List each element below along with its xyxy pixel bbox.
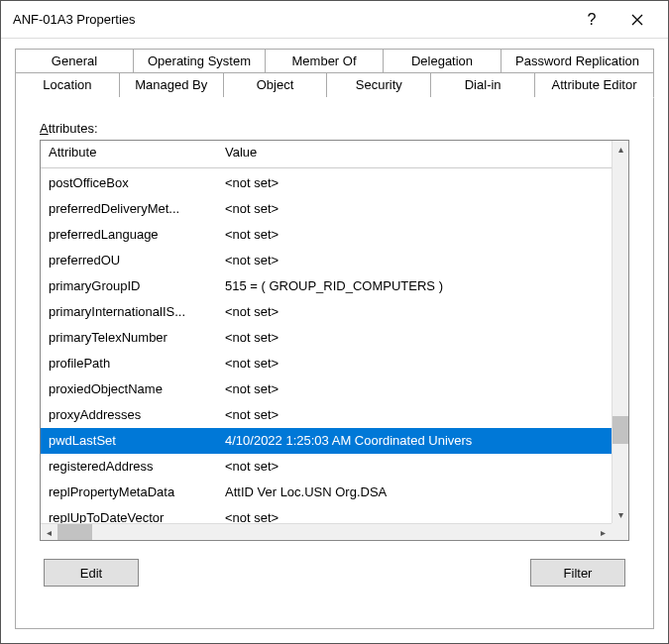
horizontal-scrollbar[interactable]: ◂ ▸ [41, 523, 612, 540]
tab-label: Password Replication [515, 54, 639, 68]
table-row[interactable]: postOfficeBox<not set> [41, 170, 628, 196]
edit-button[interactable]: Edit [44, 559, 139, 587]
tab-row-2: Location Managed By Object Security Dial… [15, 72, 654, 97]
close-icon [631, 14, 643, 26]
table-row[interactable]: pwdLastSet4/10/2022 1:25:03 AM Coordinat… [41, 428, 628, 454]
tab-label: Managed By [135, 77, 207, 92]
table-row[interactable]: preferredDeliveryMet...<not set> [41, 196, 628, 222]
tab-label: General [52, 54, 97, 68]
cell-attribute: proxyAddresses [49, 404, 225, 426]
cell-attribute: profilePath [49, 353, 225, 375]
vertical-scrollbar[interactable]: ▴ ▾ [612, 141, 628, 523]
cell-attribute: primaryTelexNumber [49, 327, 225, 349]
tab-attribute-editor[interactable]: Attribute Editor [535, 72, 654, 98]
cell-attribute: pwdLastSet [49, 430, 225, 452]
attributes-label-text: ttributes: [49, 121, 98, 136]
table-row[interactable]: preferredLanguage<not set> [41, 222, 628, 248]
tab-label: Member Of [292, 54, 357, 68]
window-title: ANF-01A3 Properties [13, 12, 569, 27]
table-row[interactable]: profilePath<not set> [41, 351, 628, 376]
tab-operating-system[interactable]: Operating System [134, 49, 266, 73]
scroll-right-icon[interactable]: ▸ [595, 524, 612, 541]
cell-attribute: proxiedObjectName [49, 378, 225, 400]
cell-value: <not set> [225, 224, 628, 246]
scroll-up-icon[interactable]: ▴ [613, 141, 629, 158]
list-header: Attribute Value [41, 141, 628, 168]
cell-value: <not set> [225, 301, 628, 323]
cell-value: <not set> [225, 404, 628, 426]
spacer [139, 559, 530, 587]
edit-button-label: Edit [80, 566, 102, 581]
tab-delegation[interactable]: Delegation [384, 49, 502, 73]
cell-value: <not set> [225, 198, 628, 220]
cell-value: <not set> [225, 378, 628, 400]
column-header-value[interactable]: Value [225, 145, 628, 160]
filter-button[interactable]: Filter [530, 559, 625, 587]
cell-value: AttID Ver Loc.USN Org.DSA [225, 482, 628, 503]
tab-member-of[interactable]: Member Of [266, 49, 384, 73]
help-button[interactable]: ? [569, 1, 614, 39]
cell-value: 515 = ( GROUP_RID_COMPUTERS ) [225, 275, 628, 297]
cell-attribute: replPropertyMetaData [49, 482, 225, 503]
table-row[interactable]: primaryInternationalIS...<not set> [41, 299, 628, 325]
cell-value: <not set> [225, 250, 628, 271]
cell-attribute: postOfficeBox [49, 172, 225, 194]
tab-location[interactable]: Location [15, 72, 120, 97]
titlebar: ANF-01A3 Properties ? [1, 1, 668, 39]
tab-label: Delegation [411, 54, 473, 68]
table-row[interactable]: registeredAddress<not set> [41, 454, 628, 480]
tab-label: Location [43, 77, 91, 92]
cell-attribute: preferredLanguage [49, 224, 225, 246]
tab-row-1: General Operating System Member Of Deleg… [15, 49, 654, 73]
tab-managed-by[interactable]: Managed By [120, 72, 224, 97]
column-header-attribute[interactable]: Attribute [49, 145, 225, 160]
attribute-editor-panel: Attributes: Attribute Value postOfficeBo… [15, 97, 654, 629]
attributes-label: Attributes: [40, 121, 629, 136]
attributes-label-accel: A [40, 121, 49, 136]
button-row: Edit Filter [40, 559, 629, 587]
cell-value: 4/10/2022 1:25:03 AM Coordinated Univers [225, 430, 628, 452]
cell-attribute: primaryInternationalIS... [49, 301, 225, 323]
filter-button-label: Filter [564, 566, 593, 581]
close-button[interactable] [614, 1, 660, 39]
cell-value: <not set> [225, 456, 628, 478]
cell-value: <not set> [225, 353, 628, 375]
table-row[interactable]: preferredOU<not set> [41, 248, 628, 273]
cell-attribute: registeredAddress [49, 456, 225, 478]
properties-dialog: ANF-01A3 Properties ? General Operating … [0, 0, 669, 644]
tab-object[interactable]: Object [224, 72, 328, 97]
dialog-content: General Operating System Member Of Deleg… [1, 39, 668, 643]
cell-value: <not set> [225, 327, 628, 349]
table-row[interactable]: primaryTelexNumber<not set> [41, 325, 628, 351]
tab-label: Attribute Editor [552, 77, 637, 92]
table-row[interactable]: replPropertyMetaData AttID Ver Loc.USN O… [41, 480, 628, 505]
attributes-listbox[interactable]: Attribute Value postOfficeBox<not set>pr… [40, 140, 629, 541]
cell-value: <not set> [225, 172, 628, 194]
cell-attribute: preferredDeliveryMet... [49, 198, 225, 220]
scroll-down-icon[interactable]: ▾ [613, 506, 629, 523]
vertical-scroll-thumb[interactable] [613, 416, 628, 444]
tab-strip: General Operating System Member Of Deleg… [15, 49, 654, 97]
tab-security[interactable]: Security [327, 72, 431, 97]
tab-label: Dial-in [465, 77, 502, 92]
scrollbar-corner [612, 523, 628, 540]
table-row[interactable]: proxiedObjectName<not set> [41, 376, 628, 402]
table-row[interactable]: proxyAddresses<not set> [41, 402, 628, 428]
cell-attribute: preferredOU [49, 250, 225, 271]
cell-attribute: primaryGroupID [49, 275, 225, 297]
tab-label: Security [356, 77, 402, 92]
list-body: postOfficeBox<not set>preferredDeliveryM… [41, 168, 628, 540]
scroll-left-icon[interactable]: ◂ [41, 524, 57, 541]
horizontal-scroll-thumb[interactable] [57, 524, 92, 540]
tab-general[interactable]: General [15, 49, 134, 73]
tab-password-replication[interactable]: Password Replication [502, 49, 654, 73]
tab-dial-in[interactable]: Dial-in [431, 72, 535, 97]
tab-label: Operating System [148, 54, 251, 68]
table-row[interactable]: primaryGroupID515 = ( GROUP_RID_COMPUTER… [41, 273, 628, 299]
tab-label: Object [257, 77, 294, 92]
